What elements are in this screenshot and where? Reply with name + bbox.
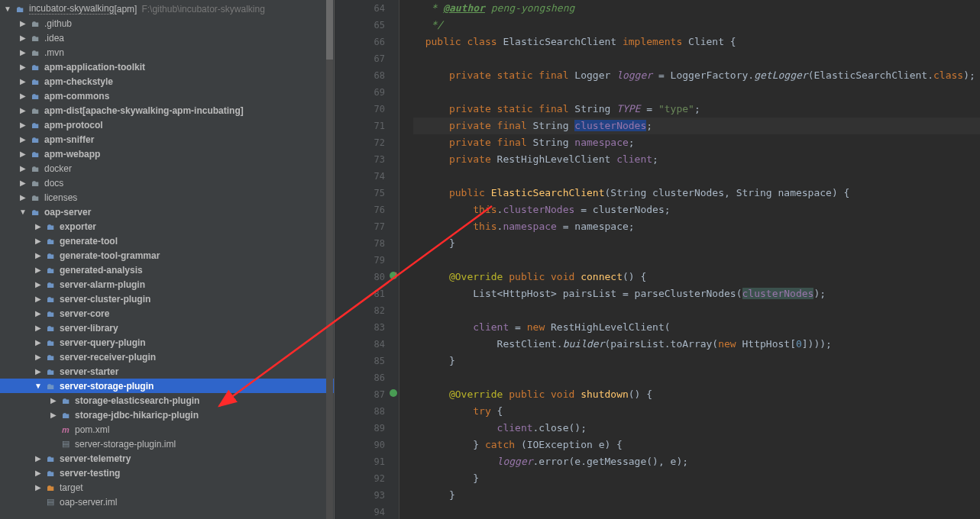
code-line-89[interactable]: client.close(); <box>413 420 980 437</box>
expand-icon[interactable]: ▶ <box>18 179 27 187</box>
tree-row-server-storage-plugin-iml[interactable]: ·▤server-storage-plugin.iml <box>0 437 334 451</box>
sidebar-scrollbar[interactable] <box>326 0 333 519</box>
tree-row-server-cluster-plugin[interactable]: ▶🖿server-cluster-plugin <box>0 292 334 306</box>
gutter-line-77[interactable]: 77 <box>335 218 385 235</box>
code-line-71[interactable]: private final String clusterNodes; <box>413 118 980 134</box>
expand-icon[interactable]: ▶ <box>49 411 58 419</box>
code-line-93[interactable]: } <box>413 487 980 504</box>
code-line-78[interactable]: } <box>413 235 980 252</box>
code-line-85[interactable]: } <box>413 353 980 369</box>
gutter-line-88[interactable]: 88 <box>335 403 385 420</box>
expand-icon[interactable]: ▶ <box>18 19 27 27</box>
code-line-69[interactable] <box>413 84 980 101</box>
expand-icon[interactable]: ▶ <box>18 164 27 172</box>
expand-icon[interactable]: ▶ <box>34 237 43 245</box>
gutter-line-64[interactable]: 64 <box>335 0 385 17</box>
gutter-line-83[interactable]: 83 <box>335 319 385 336</box>
tree-row-apm-checkstyle[interactable]: ▶🖿apm-checkstyle <box>0 74 334 89</box>
code-line-64[interactable]: * @author peng-yongsheng <box>413 0 980 17</box>
project-sidebar[interactable]: ▼🖿incubator-skywalking [apm]F:\github\in… <box>0 0 335 519</box>
code-line-80[interactable]: @Override public void connect() { <box>413 269 980 285</box>
collapse-icon[interactable]: ▼ <box>34 382 43 390</box>
code-line-70[interactable]: private static final String TYPE = "type… <box>413 101 980 118</box>
tree-row-server-query-plugin[interactable]: ▶🖿server-query-plugin <box>0 335 334 350</box>
code-line-73[interactable]: private RestHighLevelClient client; <box>413 151 980 168</box>
gutter-line-94[interactable]: 94 <box>335 504 385 519</box>
tree-row-oap-server-iml[interactable]: ·▤oap-server.iml <box>0 495 334 509</box>
tree-row-server-storage-plugin[interactable]: ▼🖿server-storage-plugin <box>0 379 334 393</box>
expand-icon[interactable]: ▶ <box>34 266 43 274</box>
gutter-line-81[interactable]: 81 <box>335 285 385 302</box>
expand-icon[interactable]: ▶ <box>18 48 27 56</box>
code-line-74[interactable] <box>413 168 980 185</box>
tree-row-incubator-skywalking[interactable]: ▼🖿incubator-skywalking [apm]F:\github\in… <box>0 2 334 16</box>
tree-row-server-core[interactable]: ▶🖿server-core <box>0 306 334 321</box>
gutter-line-66[interactable]: 66 <box>335 34 385 50</box>
tree-row-storage-elasticsearch-plugin[interactable]: ▶🖿storage-elasticsearch-plugin <box>0 393 334 408</box>
code-line-91[interactable]: logger.error(e.getMessage(), e); <box>413 453 980 470</box>
expand-icon[interactable]: ▶ <box>34 353 43 361</box>
editor-code-area[interactable]: * @author peng-yongsheng */ public class… <box>399 0 980 519</box>
gutter-line-78[interactable]: 78 <box>335 235 385 252</box>
tree-row-apm-sniffer[interactable]: ▶🖿apm-sniffer <box>0 132 334 147</box>
gutter-line-80[interactable]: 80↑ <box>335 269 385 285</box>
code-line-83[interactable]: client = new RestHighLevelClient( <box>413 319 980 336</box>
code-line-88[interactable]: try { <box>413 403 980 420</box>
expand-icon[interactable]: ▶ <box>34 251 43 260</box>
code-editor[interactable]: 6465666768697071727374757677787980↑81828… <box>335 0 980 519</box>
expand-icon[interactable]: ▶ <box>18 63 27 71</box>
gutter-line-72[interactable]: 72 <box>335 134 385 151</box>
code-line-67[interactable] <box>413 50 980 67</box>
tree-row-storage-jdbc-hikaricp-plugin[interactable]: ▶🖿storage-jdbc-hikaricp-plugin <box>0 408 334 422</box>
expand-icon[interactable]: ▶ <box>18 150 27 158</box>
code-line-81[interactable]: List<HttpHost> pairsList = parseClusterN… <box>413 285 980 302</box>
tree-row-server-library[interactable]: ▶🖿server-library <box>0 321 334 335</box>
expand-icon[interactable]: ▶ <box>34 367 43 376</box>
tree-row-apm-application-toolkit[interactable]: ▶🖿apm-application-toolkit <box>0 60 334 74</box>
editor-gutter[interactable]: 6465666768697071727374757677787980↑81828… <box>335 0 399 519</box>
code-line-68[interactable]: private static final Logger logger = Log… <box>413 67 980 84</box>
tree-row-generate-tool[interactable]: ▶🖿generate-tool <box>0 234 334 248</box>
code-line-84[interactable]: RestClient.builder(pairsList.toArray(new… <box>413 336 980 353</box>
tree-row-oap-server[interactable]: ▼🖿oap-server <box>0 205 334 219</box>
expand-icon[interactable]: ▶ <box>18 92 27 100</box>
expand-icon[interactable]: ▶ <box>34 483 43 492</box>
code-line-86[interactable] <box>413 369 980 386</box>
expand-icon[interactable]: ▶ <box>18 121 27 129</box>
tree-row-exporter[interactable]: ▶🖿exporter <box>0 219 334 234</box>
gutter-line-93[interactable]: 93 <box>335 487 385 504</box>
expand-icon[interactable]: ▶ <box>34 454 43 463</box>
tree-row-licenses[interactable]: ▶🖿licenses <box>0 190 334 205</box>
gutter-line-75[interactable]: 75 <box>335 185 385 201</box>
gutter-line-89[interactable]: 89 <box>335 420 385 437</box>
gutter-line-70[interactable]: 70 <box>335 101 385 118</box>
code-line-76[interactable]: this.clusterNodes = clusterNodes; <box>413 201 980 218</box>
code-line-94[interactable] <box>413 504 980 519</box>
tree-row-apm-dist[interactable]: ▶🖿apm-dist [apache-skywalking-apm-incuba… <box>0 103 334 118</box>
gutter-line-86[interactable]: 86 <box>335 369 385 386</box>
code-line-77[interactable]: this.namespace = namespace; <box>413 218 980 235</box>
expand-icon[interactable]: ▶ <box>34 280 43 289</box>
gutter-line-79[interactable]: 79 <box>335 252 385 269</box>
gutter-line-69[interactable]: 69 <box>335 84 385 101</box>
code-line-75[interactable]: public ElasticSearchClient(String cluste… <box>413 185 980 201</box>
sidebar-scrollbar-thumb[interactable] <box>326 0 333 60</box>
gutter-line-85[interactable]: 85 <box>335 353 385 369</box>
tree-row--idea[interactable]: ▶🖿.idea <box>0 31 334 45</box>
code-line-65[interactable]: */ <box>413 17 980 34</box>
expand-icon[interactable]: ▶ <box>18 193 27 201</box>
gutter-line-68[interactable]: 68 <box>335 67 385 84</box>
tree-row-server-receiver-plugin[interactable]: ▶🖿server-receiver-plugin <box>0 350 334 364</box>
gutter-line-92[interactable]: 92 <box>335 470 385 487</box>
code-line-92[interactable]: } <box>413 470 980 487</box>
collapse-icon[interactable]: ▼ <box>18 208 27 216</box>
gutter-line-71[interactable]: 71 <box>335 118 385 134</box>
gutter-line-82[interactable]: 82 <box>335 302 385 319</box>
expand-icon[interactable]: ▶ <box>34 309 43 318</box>
tree-row-server-telemetry[interactable]: ▶🖿server-telemetry <box>0 451 334 466</box>
code-line-72[interactable]: private final String namespace; <box>413 134 980 151</box>
gutter-line-67[interactable]: 67 <box>335 50 385 67</box>
expand-icon[interactable]: ▶ <box>34 469 43 477</box>
collapse-icon[interactable]: ▼ <box>3 5 12 13</box>
tree-row-server-starter[interactable]: ▶🖿server-starter <box>0 364 334 379</box>
